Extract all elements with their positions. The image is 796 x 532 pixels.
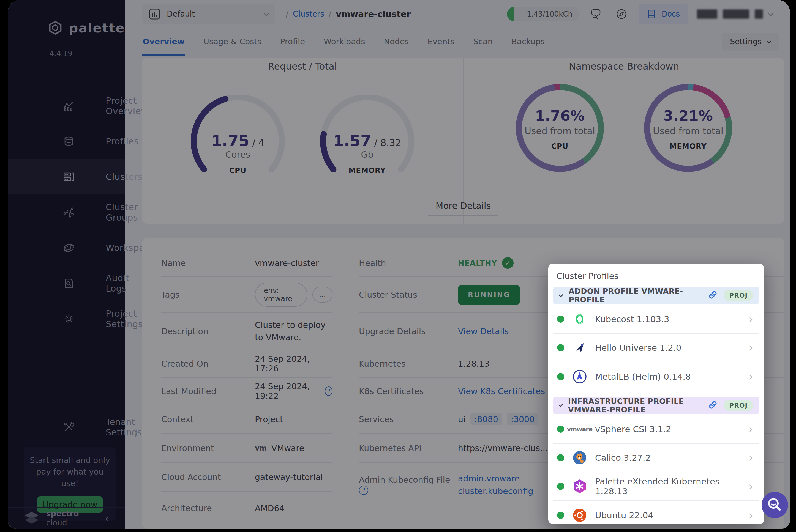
addon-profile-items: Kubecost 1.103.3 › Hello Universe 1.2.0 … (553, 305, 759, 391)
profile-layer-hello-universe[interactable]: Hello Universe 1.2.0 › (553, 334, 759, 362)
chevron-down-icon (558, 402, 563, 407)
addon-profile-name: ADDON PROFILE VMWARE-PROFILE (569, 287, 702, 304)
profile-layer-ubuntu[interactable]: Ubuntu 22.04 › (553, 501, 759, 524)
chevron-right-icon: › (749, 370, 755, 383)
status-dot (557, 425, 564, 433)
kubecost-icon (572, 311, 587, 327)
search-smile-icon (766, 496, 784, 514)
calico-icon (572, 450, 587, 466)
hello-universe-icon (572, 340, 587, 355)
infrastructure-profile-items: vmware vSphere CSI 3.1.2 › Calico 3.27.2… (553, 415, 759, 524)
profile-layer-palette-extended-kubernetes[interactable]: Palette eXtended Kubernetes 1.28.13 › (553, 472, 759, 501)
profile-layer-vsphere-csi[interactable]: vmware vSphere CSI 3.1.2 › (553, 415, 759, 444)
infrastructure-profile-header[interactable]: INFRASTRUCTURE PROFILE VMWARE-PROFILE PR… (553, 397, 759, 414)
addon-profile-header[interactable]: ADDON PROFILE VMWARE-PROFILE PROJ (553, 287, 759, 304)
status-dot (557, 483, 564, 490)
chevron-down-icon (558, 292, 563, 297)
pxk-icon (572, 479, 587, 494)
cluster-profiles-panel: Cluster Profiles ADDON PROFILE VMWARE-PR… (548, 264, 764, 524)
proj-scope-badge: PROJ (724, 290, 753, 301)
app-window: palette 4.4.19 Project Overview Profiles (8, 0, 790, 529)
chevron-right-icon: › (749, 313, 755, 325)
chevron-right-icon: › (749, 509, 755, 521)
status-dot (557, 373, 564, 380)
status-dot (557, 344, 564, 351)
status-dot (557, 316, 564, 323)
profile-layer-kubecost[interactable]: Kubecost 1.103.3 › (553, 305, 759, 334)
proj-scope-badge: PROJ (724, 400, 753, 411)
chevron-right-icon: › (749, 423, 755, 435)
link-icon (708, 290, 718, 301)
search-fab-button[interactable] (762, 492, 788, 518)
metallb-icon (572, 369, 587, 384)
chevron-right-icon: › (749, 480, 755, 493)
cluster-profiles-title: Cluster Profiles (548, 264, 764, 287)
profile-layer-calico[interactable]: Calico 3.27.2 › (553, 444, 759, 472)
infrastructure-profile-name: INFRASTRUCTURE PROFILE VMWARE-PROFILE (568, 397, 702, 414)
status-dot (557, 454, 564, 461)
chevron-right-icon: › (749, 451, 755, 464)
ubuntu-icon (572, 508, 587, 523)
chevron-right-icon: › (749, 341, 755, 354)
status-dot (557, 512, 564, 519)
profile-layer-metallb[interactable]: MetalLB (Helm) 0.14.8 › (553, 362, 759, 391)
vmware-icon: vmware (572, 421, 587, 437)
link-icon (708, 400, 718, 411)
